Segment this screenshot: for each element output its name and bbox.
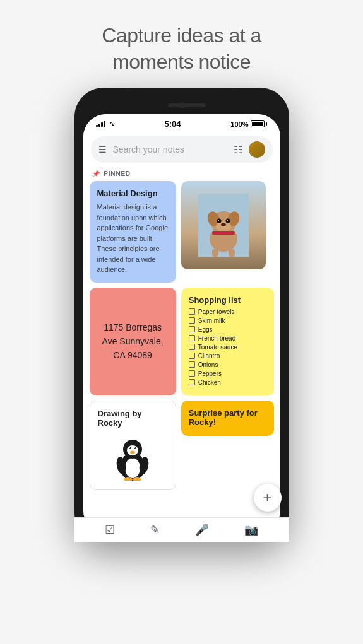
- status-bar: ∿ 5:04 100%: [83, 114, 280, 131]
- fab-button[interactable]: +: [254, 484, 280, 512]
- battery-tip: [266, 122, 267, 126]
- grid-view-icon[interactable]: ☷: [234, 144, 242, 156]
- fab-icon: +: [263, 489, 271, 506]
- avatar-image: [249, 141, 265, 158]
- image-icon[interactable]: 📷: [244, 523, 258, 533]
- shopping-item: Cilantro: [189, 353, 266, 360]
- svg-point-18: [129, 447, 131, 449]
- shopping-item: Paper towels: [189, 308, 266, 315]
- svg-point-20: [129, 447, 130, 448]
- svg-point-7: [225, 219, 230, 223]
- item-onions: Onions: [198, 361, 218, 368]
- checkbox-eggs[interactable]: [189, 326, 195, 332]
- bar3: [101, 122, 103, 127]
- note-material-design-title: Material Design: [97, 189, 169, 198]
- checkbox-chicken[interactable]: [189, 379, 195, 385]
- search-bar[interactable]: ☰ Search your notes ☷: [91, 136, 273, 163]
- shopping-item: Onions: [189, 361, 266, 368]
- checkbox-peppers[interactable]: [189, 370, 195, 377]
- svg-point-9: [227, 220, 228, 221]
- bottom-toolbar: ☑ ✎ 🎤 📷: [83, 517, 280, 533]
- item-cilantro: Cilantro: [198, 353, 220, 360]
- svg-point-15: [125, 458, 140, 478]
- note-shopping-title: Shopping list: [189, 295, 266, 305]
- phone-screen: ∿ 5:04 100% ☰ Search your notes ☷: [83, 114, 280, 533]
- note-surprise-title: Surprise party for Rocky!: [189, 408, 266, 427]
- checkbox-cilantro[interactable]: [189, 353, 195, 359]
- battery-body: [251, 120, 265, 127]
- svg-rect-12: [212, 249, 218, 257]
- item-french-bread: French bread: [198, 335, 235, 342]
- note-address[interactable]: 1175 Borregas Ave Sunnyvale, CA 94089: [90, 288, 176, 395]
- pin-icon: 📌: [92, 170, 100, 177]
- mic-icon[interactable]: 🎤: [195, 523, 209, 533]
- penguin-drawing: [98, 431, 168, 482]
- camera-notch: [179, 102, 185, 108]
- status-left: ∿: [96, 120, 115, 128]
- pencil-icon[interactable]: ✎: [150, 523, 160, 533]
- note-shopping[interactable]: Shopping list Paper towels Skim milk: [181, 288, 274, 395]
- notes-row-3: Drawing by Rocky: [90, 401, 274, 490]
- note-drawing[interactable]: Drawing by Rocky: [90, 401, 176, 490]
- bar4: [104, 121, 105, 127]
- shopping-item: Tomato sauce: [189, 344, 266, 351]
- dog-image: [181, 181, 266, 269]
- checkbox-french-bread[interactable]: [189, 335, 195, 341]
- bar2: [98, 124, 100, 127]
- checkbox-icon[interactable]: ☑: [105, 523, 115, 533]
- shopping-item: Eggs: [189, 326, 266, 333]
- checkbox-tomato-sauce[interactable]: [189, 344, 195, 350]
- item-peppers: Peppers: [198, 370, 222, 377]
- item-tomato-sauce: Tomato sauce: [198, 344, 237, 351]
- shopping-item: Skim milk: [189, 317, 266, 324]
- notes-grid: Material Design Material design is a fou…: [83, 181, 280, 533]
- penguin-svg: [115, 433, 150, 481]
- item-skim-milk: Skim milk: [198, 317, 225, 324]
- bar1: [96, 125, 98, 127]
- item-eggs: Eggs: [198, 326, 213, 333]
- svg-point-8: [218, 220, 219, 221]
- battery-percent: 100%: [230, 120, 248, 128]
- svg-rect-13: [229, 249, 235, 257]
- checkbox-paper-towels[interactable]: [189, 308, 195, 315]
- note-drawing-title: Drawing by Rocky: [98, 409, 168, 428]
- wifi-icon: ∿: [109, 120, 115, 128]
- phone-shell: ∿ 5:04 100% ☰ Search your notes ☷: [74, 88, 289, 542]
- notes-row-1: Material Design Material design is a fou…: [90, 181, 274, 283]
- battery-icon: [251, 120, 267, 127]
- svg-point-6: [217, 219, 221, 223]
- item-paper-towels: Paper towels: [198, 308, 235, 315]
- note-material-design-body: Material design is a foundation upon whi…: [97, 202, 169, 275]
- shopping-item: Chicken: [189, 379, 266, 386]
- note-material-design[interactable]: Material Design Material design is a fou…: [90, 181, 176, 283]
- note-surprise[interactable]: Surprise party for Rocky!: [181, 401, 274, 436]
- item-chicken: Chicken: [198, 379, 221, 386]
- note-address-body: 1175 Borregas Ave Sunnyvale, CA 94089: [97, 320, 169, 363]
- svg-point-22: [130, 450, 135, 454]
- phone-top-bar: [83, 97, 280, 114]
- notes-row-2: 1175 Borregas Ave Sunnyvale, CA 94089 Sh…: [90, 288, 274, 395]
- battery-fill: [252, 122, 263, 126]
- shopping-item: French bread: [189, 335, 266, 342]
- svg-point-10: [221, 223, 226, 226]
- hamburger-icon[interactable]: ☰: [98, 144, 107, 155]
- status-right: 100%: [230, 120, 267, 128]
- svg-point-17: [127, 445, 138, 455]
- status-time: 5:04: [164, 119, 181, 129]
- checkbox-onions[interactable]: [189, 361, 195, 368]
- search-placeholder: Search your notes: [113, 144, 227, 155]
- signal-bars: [96, 121, 105, 127]
- svg-rect-11: [212, 231, 235, 235]
- shopping-item: Peppers: [189, 370, 266, 377]
- shopping-list: Paper towels Skim milk Eggs: [189, 308, 266, 386]
- svg-point-19: [134, 447, 136, 449]
- pinned-section-label: 📌 PINNED: [83, 168, 280, 181]
- app-content: ☰ Search your notes ☷ 📌 PINNED Material …: [83, 131, 280, 533]
- note-dog-photo[interactable]: [181, 181, 266, 269]
- speaker-grill: [168, 103, 206, 107]
- dog-svg: [198, 194, 249, 257]
- svg-point-21: [134, 447, 135, 448]
- avatar[interactable]: [249, 141, 265, 158]
- page-header: Capture ideas at a moments notice: [76, 0, 287, 88]
- checkbox-skim-milk[interactable]: [189, 317, 195, 324]
